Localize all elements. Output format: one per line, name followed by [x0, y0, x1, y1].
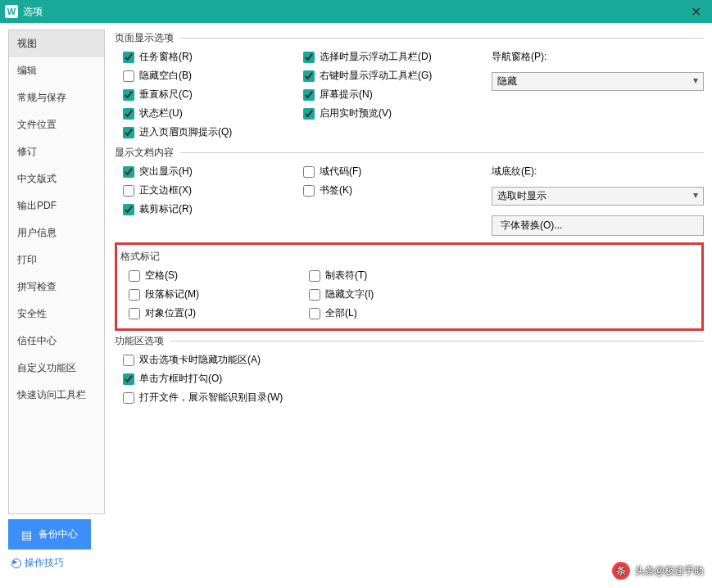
sidebar-item[interactable]: 打印	[9, 247, 104, 274]
checkbox-option[interactable]: 启用实时预览(V)	[303, 106, 492, 120]
checkbox-input[interactable]	[309, 270, 320, 282]
checkbox-label: 垂直标尺(C)	[139, 88, 193, 102]
checkbox-input[interactable]	[309, 308, 320, 319]
checkbox-option[interactable]: 裁剪标记(R)	[123, 202, 303, 216]
content-pane: 页面显示选项 任务窗格(R)隐藏空白(B)垂直标尺(C)状态栏(U)进入页眉页脚…	[105, 29, 704, 514]
font-substitute-button[interactable]: 字体替换(O)...	[492, 215, 704, 236]
backup-center-button[interactable]: ▤ 备份中心	[8, 519, 91, 550]
section-legend: 页面显示选项	[115, 31, 180, 45]
checkbox-option[interactable]: 单击方框时打勾(O)	[123, 372, 283, 386]
checkbox-input[interactable]	[303, 108, 315, 120]
sidebar-item[interactable]: 拼写检查	[9, 274, 104, 301]
section-legend: 格式标记	[120, 250, 166, 264]
checkbox-option[interactable]: 突出显示(H)	[123, 165, 303, 179]
checkbox-input[interactable]	[123, 127, 134, 138]
sidebar-item[interactable]: 视图	[9, 30, 104, 57]
checkbox-option[interactable]: 状态栏(U)	[123, 106, 303, 120]
checkbox-label: 隐藏空白(B)	[139, 69, 192, 83]
sidebar-item[interactable]: 中文版式	[9, 165, 104, 192]
field-shading-select[interactable]: 选取时显示	[492, 187, 704, 206]
checkbox-option[interactable]: 双击选项卡时隐藏功能区(A)	[123, 353, 283, 367]
checkbox-input[interactable]	[123, 52, 134, 63]
section-ribbon-options: 功能区选项 双击选项卡时隐藏功能区(A)单击方框时打勾(O)打开文件，展示智能识…	[115, 334, 704, 405]
sidebar-item[interactable]: 快速访问工具栏	[9, 382, 104, 409]
sidebar-item[interactable]: 修订	[9, 138, 104, 165]
checkbox-input[interactable]	[303, 185, 315, 197]
section-page-display: 页面显示选项 任务窗格(R)隐藏空白(B)垂直标尺(C)状态栏(U)进入页眉页脚…	[115, 31, 704, 139]
checkbox-label: 进入页眉页脚提示(Q)	[139, 125, 232, 139]
checkbox-label: 域代码(F)	[320, 165, 361, 179]
checkbox-input[interactable]	[123, 166, 134, 178]
checkbox-input[interactable]	[123, 355, 134, 366]
checkbox-input[interactable]	[129, 289, 140, 301]
checkbox-option[interactable]: 对象位置(J)	[129, 306, 309, 320]
tips-label: 操作技巧	[25, 556, 64, 570]
checkbox-input[interactable]	[309, 289, 320, 301]
sidebar-item[interactable]: 安全性	[9, 301, 104, 328]
nav-pane-select[interactable]: 隐藏	[492, 72, 704, 91]
checkbox-input[interactable]	[303, 166, 315, 178]
checkbox-option[interactable]: 任务窗格(R)	[123, 50, 303, 64]
sidebar-item[interactable]: 文件位置	[9, 111, 104, 138]
checkbox-label: 突出显示(H)	[139, 165, 193, 179]
sidebar-item[interactable]: 自定义功能区	[9, 355, 104, 382]
checkbox-label: 全部(L)	[325, 306, 357, 320]
close-button[interactable]: ✕	[679, 0, 712, 23]
checkbox-input[interactable]	[303, 70, 315, 82]
section-doc-content: 显示文档内容 突出显示(H)正文边框(X)裁剪标记(R) 域代码(F)书签(K)…	[115, 146, 704, 236]
section-legend: 显示文档内容	[115, 146, 180, 160]
watermark-icon: 条	[612, 562, 630, 580]
checkbox-option[interactable]: 空格(S)	[129, 269, 309, 283]
sidebar-item[interactable]: 用户信息	[9, 219, 104, 247]
sidebar-item[interactable]: 信任中心	[9, 328, 104, 355]
checkbox-label: 屏幕提示(N)	[320, 88, 373, 102]
checkbox-label: 裁剪标记(R)	[139, 202, 193, 216]
checkbox-input[interactable]	[303, 89, 315, 101]
checkbox-label: 选择时显示浮动工具栏(D)	[320, 50, 432, 64]
title-bar: W 选项 ✕	[0, 0, 712, 23]
checkbox-label: 打开文件，展示智能识别目录(W)	[139, 391, 283, 405]
checkbox-option[interactable]: 屏幕提示(N)	[303, 88, 492, 102]
checkbox-option[interactable]: 右键时显示浮动工具栏(G)	[303, 69, 492, 83]
window-title: 选项	[23, 5, 679, 19]
checkbox-option[interactable]: 正文边框(X)	[123, 183, 303, 197]
checkbox-option[interactable]: 选择时显示浮动工具栏(D)	[303, 50, 492, 64]
checkbox-input[interactable]	[123, 185, 134, 197]
checkbox-option[interactable]: 隐藏文字(I)	[309, 287, 497, 301]
checkbox-label: 隐藏文字(I)	[325, 287, 374, 301]
checkbox-option[interactable]: 书签(K)	[303, 183, 492, 197]
checkbox-option[interactable]: 制表符(T)	[309, 269, 497, 283]
checkbox-option[interactable]: 进入页眉页脚提示(Q)	[123, 125, 303, 139]
checkbox-input[interactable]	[123, 70, 134, 82]
checkbox-option[interactable]: 段落标记(M)	[129, 287, 309, 301]
checkbox-input[interactable]	[129, 308, 140, 319]
checkbox-input[interactable]	[303, 52, 315, 63]
play-icon	[11, 559, 21, 568]
checkbox-input[interactable]	[123, 89, 134, 101]
checkbox-label: 启用实时预览(V)	[320, 106, 392, 120]
backup-icon: ▤	[21, 528, 32, 541]
checkbox-label: 单击方框时打勾(O)	[139, 372, 222, 386]
section-format-marks: 格式标记 空格(S)段落标记(M)对象位置(J) 制表符(T)隐藏文字(I)全部…	[120, 250, 695, 320]
checkbox-option[interactable]: 域代码(F)	[303, 165, 492, 179]
checkbox-label: 状态栏(U)	[139, 106, 183, 120]
checkbox-input[interactable]	[123, 108, 134, 120]
checkbox-label: 对象位置(J)	[145, 306, 196, 320]
checkbox-option[interactable]: 垂直标尺(C)	[123, 88, 303, 102]
checkbox-option[interactable]: 隐藏空白(B)	[123, 69, 303, 83]
nav-pane-label: 导航窗格(P):	[492, 50, 704, 64]
checkbox-input[interactable]	[123, 392, 134, 404]
tips-link[interactable]: 操作技巧	[0, 550, 712, 570]
sidebar-item[interactable]: 输出PDF	[9, 192, 104, 219]
checkbox-input[interactable]	[123, 204, 134, 215]
checkbox-input[interactable]	[129, 270, 140, 282]
checkbox-option[interactable]: 全部(L)	[309, 306, 497, 320]
checkbox-label: 双击选项卡时隐藏功能区(A)	[139, 353, 261, 367]
sidebar-item[interactable]: 编辑	[9, 57, 104, 84]
body-area: 视图编辑常规与保存文件位置修订中文版式输出PDF用户信息打印拼写检查安全性信任中…	[0, 23, 712, 514]
checkbox-option[interactable]: 打开文件，展示智能识别目录(W)	[123, 391, 283, 405]
checkbox-input[interactable]	[123, 373, 134, 385]
footer: ▤ 备份中心	[0, 514, 712, 550]
sidebar-item[interactable]: 常规与保存	[9, 84, 104, 111]
field-shading-label: 域底纹(E):	[492, 165, 704, 179]
